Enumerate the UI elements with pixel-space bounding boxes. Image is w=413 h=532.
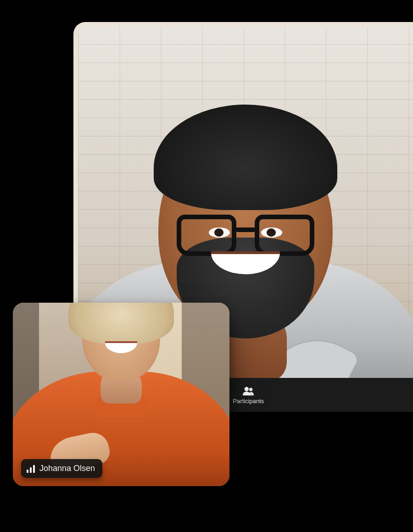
participants-label: Participants	[233, 398, 264, 405]
pip-speaker-name: Johanna Olsen	[39, 464, 95, 473]
svg-point-3	[245, 387, 249, 391]
participants-button[interactable]: Participants	[226, 383, 270, 407]
svg-point-4	[249, 388, 252, 391]
participants-icon	[242, 386, 255, 396]
pip-video-feed[interactable]: Johanna Olsen	[13, 303, 229, 486]
pip-name-badge: Johanna Olsen	[21, 459, 102, 478]
signal-bars-icon	[27, 465, 35, 473]
pip-speaker-avatar	[13, 303, 229, 486]
